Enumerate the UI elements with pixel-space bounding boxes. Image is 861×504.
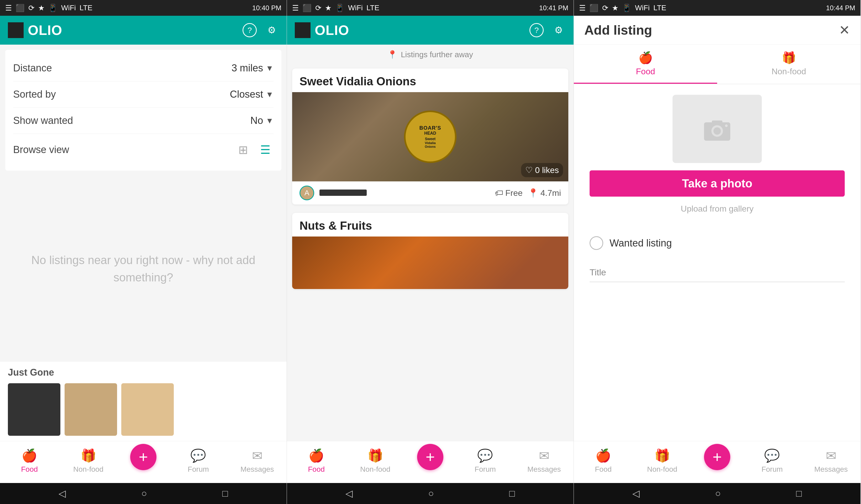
home-btn-3[interactable]: ○ <box>715 488 721 499</box>
nav-food-3[interactable]: 🍎 Food <box>586 448 620 474</box>
listing-card-nuts[interactable]: Nuts & Fruits <box>292 213 568 289</box>
status-icon-3e: 📱 <box>622 4 631 12</box>
status-icon-2b: ⬛ <box>302 4 312 12</box>
status-icon-2c: ⟳ <box>315 4 321 12</box>
status-icon-3a: ☰ <box>579 4 586 12</box>
nav-nonfood-2[interactable]: 🎁 Non-food <box>358 448 393 474</box>
status-bar-right-2: 10:41 PM <box>539 4 568 12</box>
nav-messages-3[interactable]: ✉ Messages <box>814 448 848 474</box>
add-btn-3[interactable]: + <box>704 444 730 470</box>
android-nav-1: ◁ ○ □ <box>0 483 287 504</box>
nav-forum-1[interactable]: 💬 Forum <box>181 448 215 474</box>
status-icon-2d: ★ <box>325 4 331 12</box>
just-gone-item-2[interactable] <box>65 383 117 436</box>
add-btn-1[interactable]: + <box>130 444 156 470</box>
status-time-2: 10:41 PM <box>539 4 568 12</box>
status-icon-2g: LTE <box>367 4 379 12</box>
nuts-title: Nuts & Fruits <box>292 213 568 236</box>
nav-messages-1[interactable]: ✉ Messages <box>240 448 274 474</box>
title-input-line <box>590 282 845 282</box>
nav-food-2[interactable]: 🍎 Food <box>299 448 333 474</box>
just-gone-item-3[interactable] <box>121 383 174 436</box>
vidalia-avatar[interactable]: A <box>300 186 314 200</box>
listing-card-vidalia[interactable]: Sweet Vidalia Onions BOAR'S HEAD Sweet V… <box>292 69 568 204</box>
list-view-icon[interactable]: ☰ <box>257 141 274 158</box>
food-tab-label: Food <box>636 67 655 77</box>
svg-point-2 <box>713 127 721 135</box>
filter-section: Distance 3 miles ▼ Sorted by Closest ▼ S… <box>5 50 282 171</box>
show-wanted-label: Show wanted <box>13 115 73 126</box>
wanted-radio[interactable] <box>590 236 603 250</box>
title-field-label: Title <box>590 267 845 277</box>
home-btn-1[interactable]: ○ <box>141 488 147 499</box>
empty-message-text: No listings near you right now - why not… <box>16 251 271 286</box>
top-bar-1: OLIO ? ⚙ <box>0 16 287 45</box>
top-bar-2: OLIO ? ⚙ <box>287 16 574 45</box>
distance-value[interactable]: 3 miles ▼ <box>232 63 274 74</box>
recents-btn-1[interactable]: □ <box>222 488 228 499</box>
status-time-3: 10:44 PM <box>826 4 855 12</box>
app-name-2: OLIO <box>315 22 349 38</box>
status-bar-right-3: 10:44 PM <box>826 4 855 12</box>
nav-nonfood-3[interactable]: 🎁 Non-food <box>645 448 679 474</box>
filter-icon-2[interactable]: ⚙ <box>551 23 566 37</box>
nav-forum-2[interactable]: 💬 Forum <box>468 448 502 474</box>
panel-listings: ☰ ⬛ ⟳ ★ 📱 WiFi LTE 10:41 PM OLIO ? ⚙ 📍 L… <box>287 0 574 504</box>
help-icon-2[interactable]: ? <box>530 23 544 37</box>
svg-rect-3 <box>712 121 722 124</box>
messages-label-2: Messages <box>528 465 561 474</box>
back-btn-3[interactable]: ◁ <box>632 488 640 499</box>
status-bar-left-3: ☰ ⬛ ⟳ ★ 📱 WiFi LTE <box>579 4 666 12</box>
nonfood-tab-label: Non-food <box>771 67 806 77</box>
close-button[interactable]: ✕ <box>839 23 850 38</box>
status-icon-wifi: WiFi <box>61 4 76 12</box>
tab-food[interactable]: 🍎 Food <box>574 45 717 84</box>
filter-icon-1[interactable]: ⚙ <box>264 23 279 37</box>
just-gone-items <box>8 383 279 436</box>
show-wanted-value[interactable]: No ▼ <box>250 115 274 126</box>
recents-btn-3[interactable]: □ <box>796 488 802 499</box>
tab-nonfood[interactable]: 🎁 Non-food <box>717 45 860 84</box>
add-listing-tabs: 🍎 Food 🎁 Non-food <box>574 45 860 84</box>
empty-state: No listings near you right now - why not… <box>0 176 287 362</box>
back-btn-2[interactable]: ◁ <box>345 488 353 499</box>
status-icon-2a: ☰ <box>292 4 299 12</box>
nav-nonfood-1[interactable]: 🎁 Non-food <box>71 448 106 474</box>
take-photo-button[interactable]: Take a photo <box>590 171 845 196</box>
forum-icon-3: 💬 <box>764 448 780 463</box>
listings-further-text: Listings further away <box>401 50 473 59</box>
nav-messages-2[interactable]: ✉ Messages <box>527 448 561 474</box>
grid-view-icon[interactable]: ⊞ <box>235 141 251 158</box>
vidalia-likes[interactable]: ♡ 0 likes <box>521 163 563 177</box>
nonfood-icon-2: 🎁 <box>368 448 383 463</box>
forum-label-3: Forum <box>762 465 783 474</box>
food-icon-1: 🍎 <box>22 448 37 463</box>
recents-btn-2[interactable]: □ <box>509 488 515 499</box>
price-tag-icon: 🏷 <box>495 188 503 198</box>
top-bar-icons-1: ? ⚙ <box>243 23 279 37</box>
avatar-initial: A <box>304 189 310 197</box>
just-gone-item-1[interactable] <box>8 383 60 436</box>
status-icon-star: ★ <box>38 4 45 12</box>
food-icon-2: 🍎 <box>309 448 324 463</box>
vidalia-distance: 📍 4.7mi <box>528 188 561 198</box>
wanted-label: Wanted listing <box>610 237 672 249</box>
back-btn-1[interactable]: ◁ <box>58 488 66 499</box>
sorted-by-value[interactable]: Closest ▼ <box>230 89 274 100</box>
status-icon-menu: ☰ <box>5 4 12 12</box>
vidalia-title: Sweet Vidalia Onions <box>292 69 568 92</box>
home-btn-2[interactable]: ○ <box>428 488 434 499</box>
show-wanted-value-text: No <box>250 115 263 126</box>
olio-logo-2: OLIO <box>295 22 349 38</box>
forum-label-1: Forum <box>188 465 209 474</box>
status-bar-3: ☰ ⬛ ⟳ ★ 📱 WiFi LTE 10:44 PM <box>574 0 860 16</box>
bottom-nav-1: 🍎 Food 🎁 Non-food + 💬 Forum ✉ Messages <box>0 441 287 483</box>
vidalia-meta: A 🏷 Free 📍 4.7mi <box>292 181 568 204</box>
nav-forum-3[interactable]: 💬 Forum <box>755 448 789 474</box>
upload-gallery-button[interactable]: Upload from gallery <box>681 204 753 214</box>
nav-food-1[interactable]: 🍎 Food <box>12 448 46 474</box>
help-icon-1[interactable]: ? <box>243 23 257 37</box>
android-nav-3: ◁ ○ □ <box>574 483 860 504</box>
add-btn-2[interactable]: + <box>417 444 443 470</box>
status-icon-3b: ⬛ <box>589 4 599 12</box>
